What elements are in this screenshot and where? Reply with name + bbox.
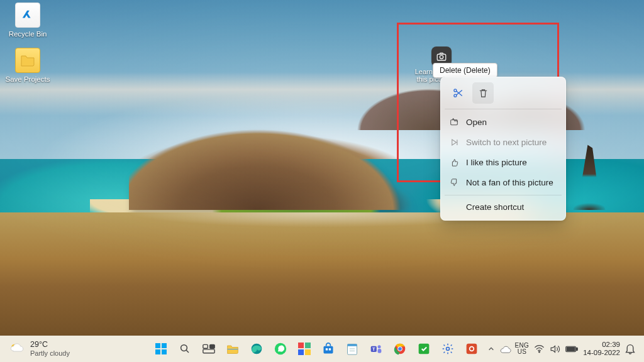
menu-item-label: Create shortcut [466,202,524,212]
svg-point-3 [454,89,457,92]
recycle-bin-icon [15,3,40,28]
desktop-icon-recycle-bin[interactable]: Recycle Bin [4,3,52,38]
chrome-button[interactable] [389,338,411,359]
search-button[interactable] [174,338,196,359]
red-app-button[interactable] [461,338,482,359]
svg-rect-29 [377,349,381,353]
cut-button[interactable] [447,82,469,104]
green-square-icon [418,343,430,355]
context-menu-iconbar [445,81,562,106]
delete-button[interactable] [472,82,494,104]
language-indicator[interactable]: ENG US [515,343,530,356]
svg-rect-13 [203,349,214,353]
svg-rect-14 [227,349,238,349]
lang-bot: US [518,349,527,356]
menu-item-label: Open [466,118,487,127]
menu-separator [445,195,562,195]
gear-icon [441,343,454,355]
svg-point-28 [377,345,380,348]
menu-item-dislike[interactable]: Not a fan of this picture [445,172,562,192]
menu-item-switch-next[interactable]: Switch to next picture [445,132,562,152]
desktop-context-menu[interactable]: Open Switch to next picture I like this … [440,77,566,221]
folder-icon [226,343,239,354]
dislike-icon [448,177,460,188]
svg-rect-25 [347,344,357,346]
menu-item-open[interactable]: Open [445,112,562,132]
weather-desc: Partly cloudy [30,349,70,358]
desktop-icon-label: Save Projects [6,75,50,83]
svg-rect-9 [162,349,167,354]
svg-point-34 [446,348,449,351]
clock-date: 14-09-2022 [583,349,620,357]
red-circle-icon [465,343,478,355]
like-icon [448,156,460,168]
edge-icon [250,343,263,355]
grid-icon [298,343,311,355]
chevron-up-icon[interactable] [488,346,494,352]
desktop-icon-save-projects[interactable]: Save Projects [4,48,52,83]
teams-icon: T [370,343,382,355]
task-view-icon [203,344,215,354]
task-view-button[interactable] [198,338,219,359]
whatsapp-button[interactable] [270,338,291,359]
store-button[interactable] [318,338,339,359]
delete-tooltip: Delete (Delete) [433,63,497,78]
next-icon [448,136,460,148]
file-explorer-button[interactable] [222,338,243,359]
svg-text:T: T [372,346,375,352]
svg-point-37 [470,348,473,351]
clock[interactable]: 02:39 14-09-2022 [583,341,620,357]
taskbar-center: T [145,338,488,359]
menu-separator [445,109,562,109]
taskbar-weather[interactable]: 29°C Partly cloudy [0,340,145,357]
wifi-icon[interactable] [534,344,545,353]
green-app-button[interactable] [413,338,435,359]
onedrive-icon[interactable] [499,344,510,354]
delete-icon [478,88,489,99]
notification-bell-icon[interactable] [625,343,635,354]
svg-point-32 [398,347,402,351]
menu-item-label: Not a fan of this picture [466,178,553,187]
svg-rect-11 [203,344,208,348]
svg-rect-19 [298,349,304,355]
svg-rect-33 [418,344,429,354]
battery-icon[interactable] [565,345,578,353]
store-icon [322,343,335,355]
taskbar-tray: ENG US 02:39 14-09-2022 [488,341,644,357]
svg-rect-22 [326,348,328,350]
volume-icon[interactable] [550,344,560,354]
svg-rect-41 [576,348,577,350]
svg-rect-12 [209,344,214,348]
whatsapp-icon [274,343,287,355]
edge-button[interactable] [246,338,267,359]
svg-rect-7 [162,343,167,348]
desktop-icon-label: Recycle Bin [9,30,47,38]
clock-time: 02:39 [602,341,620,349]
weather-text: 29°C Partly cloudy [30,340,70,357]
svg-rect-23 [329,348,331,350]
rainbow-app-button[interactable] [294,338,315,359]
menu-item-label: I like this picture [466,158,527,167]
teams-button[interactable]: T [365,338,387,359]
menu-item-label: Switch to next picture [466,138,547,147]
folder-icon [15,48,40,73]
svg-rect-20 [305,349,311,355]
chrome-icon [394,343,406,355]
svg-rect-21 [323,346,333,354]
tooltip-text: Delete (Delete) [440,66,491,75]
svg-rect-40 [567,347,575,351]
svg-rect-17 [298,343,304,348]
start-button[interactable] [150,338,172,359]
weather-temp: 29°C [30,340,70,349]
notepad-icon [347,343,358,355]
settings-button[interactable] [437,338,458,359]
windows-logo-icon [155,343,167,355]
taskbar: 29°C Partly cloudy [0,336,644,362]
svg-point-2 [454,94,457,97]
search-icon [179,343,191,354]
menu-item-like[interactable]: I like this picture [445,152,562,172]
svg-rect-6 [155,343,160,348]
svg-point-38 [539,351,540,353]
notepad-button[interactable] [341,338,363,359]
menu-item-create-shortcut[interactable]: Create shortcut [445,198,562,216]
